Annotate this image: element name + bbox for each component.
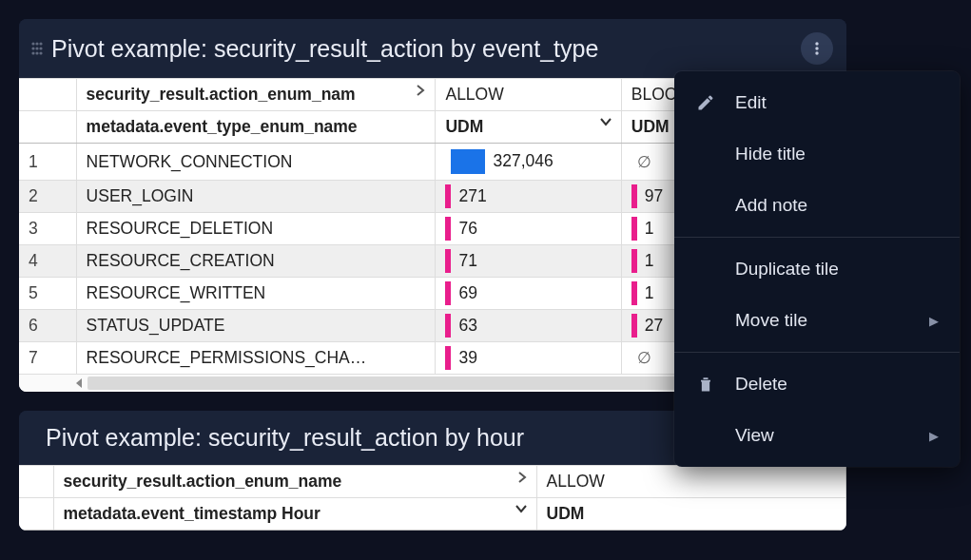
svg-point-7 (35, 51, 38, 54)
row-index: 4 (19, 245, 76, 278)
svg-point-1 (35, 42, 38, 45)
chevron-right-icon: ▶ (929, 429, 939, 443)
menu-label: Delete (735, 374, 787, 395)
value-bar-icon (631, 217, 637, 241)
field-header[interactable]: security_result.action_enum_name (53, 466, 536, 498)
value-bar-icon (445, 249, 451, 273)
column-allow-header[interactable]: ALLOW (536, 466, 846, 498)
allow-value-cell[interactable]: 71 (436, 245, 621, 278)
value-bar-icon (445, 281, 451, 305)
row-index: 1 (19, 144, 76, 181)
svg-point-2 (39, 42, 42, 45)
svg-point-10 (815, 47, 818, 49)
null-icon: ∅ (637, 153, 651, 171)
value-bar-icon (451, 149, 485, 174)
svg-point-3 (31, 47, 34, 49)
menu-duplicate[interactable]: Duplicate tile (674, 243, 960, 295)
menu-label: Duplicate tile (735, 259, 839, 280)
svg-point-4 (35, 47, 38, 49)
menu-label: Edit (735, 92, 767, 113)
menu-label: Add note (735, 195, 807, 216)
menu-divider (674, 352, 960, 353)
allow-value-cell[interactable]: 76 (436, 213, 621, 245)
menu-edit[interactable]: Edit (674, 77, 960, 128)
menu-divider (674, 237, 960, 238)
value-bar-icon (445, 184, 451, 208)
svg-point-8 (39, 51, 42, 54)
svg-point-9 (815, 42, 818, 45)
row-index: 3 (19, 213, 76, 245)
allow-value-cell[interactable]: 327,046 (436, 144, 621, 181)
pivot-table: security_result.action_enum_name ALLOW m… (19, 465, 846, 531)
svg-point-11 (815, 51, 818, 54)
tile-kebab-button[interactable] (801, 32, 833, 65)
value-bar-icon (631, 281, 637, 305)
value-bar-icon (445, 314, 451, 338)
menu-label: Move tile (735, 310, 807, 331)
tile-context-menu: Edit Hide title Add note Duplicate tile … (674, 71, 960, 467)
tile-title: Pivot example: security_result_action by… (51, 35, 598, 63)
menu-move[interactable]: Move tile ▶ (674, 295, 960, 346)
value-bar-icon (631, 184, 637, 208)
tile-title: Pivot example: security_result_action by… (46, 424, 524, 452)
menu-hide-title[interactable]: Hide title (674, 128, 960, 180)
tile-header: Pivot example: security_result_action by… (19, 19, 846, 78)
allow-value-cell[interactable]: 39 (436, 342, 621, 375)
menu-add-note[interactable]: Add note (674, 180, 960, 231)
row-index: 6 (19, 310, 76, 342)
chevron-right-icon (517, 472, 527, 483)
event-type-cell[interactable]: RESOURCE_WRITTEN (76, 278, 436, 310)
column-allow-header[interactable]: ALLOW (436, 79, 621, 111)
drag-handle-icon[interactable] (29, 40, 46, 57)
value-bar-icon (631, 314, 637, 338)
event-type-cell[interactable]: USER_LOGIN (76, 181, 436, 213)
chevron-down-icon (515, 504, 527, 513)
field-header[interactable]: security_result.action_enum_nam (76, 79, 436, 111)
udm-allow-header[interactable]: UDM (536, 498, 846, 531)
event-type-cell[interactable]: NETWORK_CONNECTION (76, 144, 436, 181)
allow-value-cell[interactable]: 271 (436, 181, 621, 213)
value-bar-icon (445, 217, 451, 241)
allow-value-cell[interactable]: 63 (436, 310, 621, 342)
subfield-header[interactable]: metadata.event_timestamp Hour (53, 498, 536, 531)
corner-header (19, 79, 76, 111)
svg-point-6 (31, 51, 34, 54)
menu-view[interactable]: View ▶ (674, 410, 960, 461)
chevron-right-icon (416, 85, 425, 96)
field-header-label: security_result.action_enum_nam (87, 85, 356, 104)
value-bar-icon (631, 249, 637, 273)
pencil-icon (695, 92, 716, 113)
menu-delete[interactable]: Delete (674, 358, 960, 410)
svg-point-0 (31, 42, 34, 45)
row-index: 7 (19, 342, 76, 375)
null-icon: ∅ (637, 349, 651, 367)
menu-label: Hide title (735, 144, 806, 164)
udm-allow-header[interactable]: UDM (436, 111, 621, 144)
chevron-right-icon: ▶ (929, 314, 939, 328)
value-bar-icon (445, 346, 451, 370)
svg-point-5 (39, 47, 42, 49)
menu-label: View (735, 425, 774, 446)
subfield-header[interactable]: metadata.event_type_enum_name (76, 111, 436, 144)
chevron-down-icon (600, 117, 612, 126)
event-type-cell[interactable]: RESOURCE_CREATION (76, 245, 436, 278)
trash-icon (695, 374, 716, 395)
row-index: 5 (19, 278, 76, 310)
event-type-cell[interactable]: RESOURCE_DELETION (76, 213, 436, 245)
event-type-cell[interactable]: STATUS_UPDATE (76, 310, 436, 342)
row-index: 2 (19, 181, 76, 213)
event-type-cell[interactable]: RESOURCE_PERMISSIONS_CHA… (76, 342, 436, 375)
allow-value-cell[interactable]: 69 (436, 278, 621, 310)
scroll-left-icon (76, 378, 82, 388)
